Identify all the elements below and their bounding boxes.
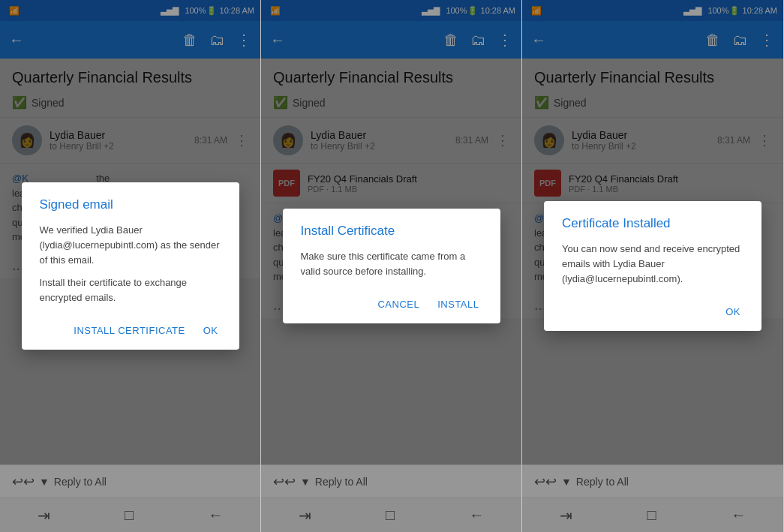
dialog-body-1: We verified Lydia Bauer (lydia@lucernepu…: [40, 223, 221, 306]
dialog-overlay-3: Certificate Installed You can now send a…: [522, 0, 783, 532]
cancel-button-2[interactable]: CANCEL: [374, 294, 422, 314]
dialog-actions-2: CANCEL INSTALL: [301, 288, 482, 314]
install-certificate-button[interactable]: INSTALL CERTIFICATE: [71, 320, 188, 341]
ok-button-1[interactable]: OK: [200, 320, 221, 341]
dialog-actions-3: OK: [562, 296, 743, 322]
dialog-body-line1-1: We verified Lydia Bauer (lydia@lucernepu…: [40, 223, 221, 268]
install-certificate-dialog: Install Certificate Make sure this certi…: [283, 209, 500, 323]
dialog-title-3: Certificate Installed: [562, 216, 743, 231]
install-button-2[interactable]: INSTALL: [434, 294, 482, 314]
certificate-installed-dialog: Certificate Installed You can now send a…: [544, 201, 761, 331]
dialog-body-3: You can now send and receive encrypted e…: [562, 242, 743, 287]
phone-panel-1: 📶 ▃▅▇ 100%🔋 10:28 AM ← 🗑 🗂 ⋮ Quarterly F…: [0, 0, 261, 532]
phone-panel-2: 📶 ▃▅▇ 100%🔋 10:28 AM ← 🗑 🗂 ⋮ Quarterly F…: [261, 0, 522, 532]
dialog-title-2: Install Certificate: [301, 224, 482, 239]
dialog-body-text-2: Make sure this certificate came from a v…: [301, 249, 482, 279]
dialog-body-line2-1: Install their certificate to exchange en…: [40, 275, 221, 305]
signed-email-dialog: Signed email We verified Lydia Bauer (ly…: [22, 182, 239, 350]
ok-button-3[interactable]: OK: [722, 302, 743, 322]
dialog-body-text-3: You can now send and receive encrypted e…: [562, 242, 743, 287]
dialog-body-2: Make sure this certificate came from a v…: [301, 249, 482, 279]
dialog-title-1: Signed email: [40, 197, 221, 212]
dialog-actions-1: INSTALL CERTIFICATE OK: [40, 314, 221, 341]
dialog-overlay-2: Install Certificate Make sure this certi…: [261, 0, 521, 532]
dialog-overlay-1: Signed email We verified Lydia Bauer (ly…: [0, 0, 260, 532]
phone-panel-3: 📶 ▃▅▇ 100%🔋 10:28 AM ← 🗑 🗂 ⋮ Quarterly F…: [522, 0, 784, 532]
